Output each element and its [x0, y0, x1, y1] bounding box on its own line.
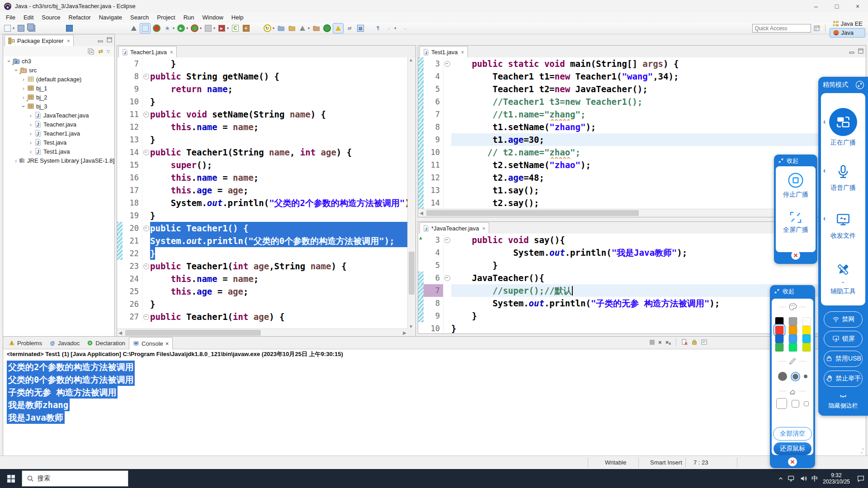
pill-wifi-button[interactable]: 禁网 — [824, 311, 863, 328]
color-swatch-000000[interactable] — [775, 317, 784, 326]
menu-window[interactable]: Window — [198, 13, 227, 22]
maximize-view-icon[interactable] — [106, 37, 113, 43]
taskbar-clock[interactable]: 9:32 2023/10/25 — [821, 472, 851, 485]
menu-edit[interactable]: Edit — [19, 13, 38, 22]
editor-tab-javateacher-java[interactable]: J*JavaTeacher.java× — [420, 222, 489, 235]
collapse-node-icon[interactable]: › — [20, 103, 27, 109]
show-whitespace-icon[interactable]: ¶ — [373, 23, 383, 33]
code-line-19[interactable]: 19} — [117, 209, 408, 222]
code-line-5[interactable]: 5 Teacher1 t2=new JavaTeacher(); — [418, 83, 866, 95]
code-line-13[interactable]: 13} — [117, 133, 408, 146]
clear-console-icon[interactable] — [681, 339, 688, 345]
restore-button[interactable]: □ — [826, 0, 847, 12]
expand-node-icon[interactable]: › — [20, 76, 27, 83]
network-icon[interactable] — [787, 474, 796, 483]
collapse-fold-icon[interactable] — [444, 275, 450, 281]
menu-source[interactable]: Source — [38, 13, 64, 22]
collapse-all-icon[interactable] — [87, 48, 94, 55]
open-type-icon[interactable] — [276, 23, 286, 33]
next-annotation-icon[interactable]: ↓ — [384, 23, 394, 33]
menu-search[interactable]: Search — [126, 13, 153, 22]
word-wrap-icon[interactable] — [701, 339, 708, 345]
color-swatch-cfe000[interactable] — [802, 343, 811, 352]
tree-item-test1-java[interactable]: ›JTest1.java — [3, 147, 114, 156]
expand-node-icon[interactable]: › — [28, 112, 34, 119]
collapse-fold-icon[interactable] — [444, 61, 450, 67]
code-line-15[interactable]: 15 super(); — [117, 159, 408, 171]
collapse-fold-icon[interactable] — [444, 237, 450, 243]
code-line-7[interactable]: 7 //t1.name="zhang"; — [418, 108, 866, 121]
sidebar-item-screen-broadcast[interactable]: 正在广播 — [821, 108, 865, 147]
run-dropdown-icon[interactable]: ▾ — [186, 26, 188, 30]
console-tab-problems[interactable]: Problems — [5, 337, 46, 349]
collapse-panel-button[interactable]: 收起 — [774, 155, 817, 167]
color-swatch-0be06e[interactable] — [789, 343, 797, 352]
code-line-8[interactable]: 8public String getName() { — [117, 70, 408, 83]
skip-breakpoints-icon[interactable]: ★ — [162, 23, 172, 33]
console-tab-declaration[interactable]: Declaration — [83, 337, 129, 349]
perspective-java[interactable]: Java — [830, 28, 865, 38]
tree-item-jre-system-library-javase-1-8-[interactable]: ›JRE System Library [JavaSE-1.8] — [3, 156, 114, 165]
view-menu-icon[interactable]: ▽ — [107, 49, 110, 54]
remove-all-terminated-icon[interactable]: ×ₓ — [665, 339, 671, 346]
color-swatch-f23b2f[interactable] — [775, 326, 784, 334]
new-java-package-icon[interactable]: + — [241, 23, 251, 33]
remove-launch-icon[interactable]: × — [658, 339, 662, 346]
code-line-25[interactable]: 25 this.age = age; — [117, 285, 408, 298]
mark-occurrences-icon[interactable] — [140, 23, 151, 33]
color-swatch-ef9c00[interactable] — [789, 326, 797, 334]
menu-help[interactable]: Help — [227, 13, 248, 22]
menu-refactor[interactable]: Refactor — [65, 13, 95, 22]
color-swatch-3cb054[interactable] — [775, 343, 784, 352]
tray-expand-icon[interactable] — [778, 475, 784, 482]
expand-node-icon[interactable]: › — [28, 139, 34, 146]
chevron-left-icon[interactable]: › — [823, 215, 826, 223]
tree-item-src[interactable]: ›▲src — [3, 66, 114, 75]
code-line-9[interactable]: 9 return name; — [117, 83, 408, 95]
menu-run[interactable]: Run — [179, 13, 198, 22]
refresh-icon[interactable]: ↻ — [262, 23, 272, 33]
restore-cursor-button[interactable]: 还原鼠标 — [774, 442, 811, 455]
volume-icon[interactable] — [799, 474, 808, 483]
profile-dropdown-icon[interactable]: ▾ — [200, 26, 202, 30]
close-tab-icon[interactable]: × — [165, 340, 169, 347]
open-perspective-icon[interactable] — [814, 25, 821, 32]
package-explorer-tab[interactable]: Package Explorer × — [5, 35, 74, 47]
code-line-20[interactable]: 20public Teacher1() { — [117, 222, 408, 235]
collapse-fold-icon[interactable] — [143, 112, 149, 117]
open-console-icon[interactable] — [64, 23, 74, 33]
quick-access-input[interactable] — [752, 24, 811, 33]
pen-size-small[interactable] — [804, 375, 807, 378]
sidebar-item-file-transfer[interactable]: 收发文件 — [821, 212, 865, 240]
code-line-22[interactable]: 22} — [117, 247, 408, 260]
code-line-27[interactable]: 27public Teacher1(int age) { — [117, 310, 408, 323]
eraser-size-small[interactable] — [804, 401, 809, 406]
stop-broadcast-button[interactable]: 停止广播 — [776, 172, 816, 199]
code-line-23[interactable]: 23public Teacher1(int age,String name) { — [117, 260, 408, 272]
ime-indicator[interactable]: 中 — [811, 474, 818, 483]
collapse-fold-icon[interactable] — [143, 74, 149, 80]
fullscreen-broadcast-button[interactable]: 全屏广播 — [776, 211, 816, 234]
color-swatch-3da0f5[interactable] — [789, 334, 797, 343]
clear-all-button[interactable]: 全部清空 — [773, 427, 812, 441]
action-center-icon[interactable] — [856, 474, 865, 483]
tree-item-bj-3[interactable]: ›bj_3 — [3, 102, 114, 111]
tree-item-teacher1-java[interactable]: ›JTeacher1.java — [3, 129, 114, 138]
expand-sidebar-icon[interactable] — [855, 80, 864, 89]
new-wizard-icon[interactable] — [2, 23, 12, 33]
tree-item-bj-1[interactable]: ›bj_1 — [3, 84, 114, 93]
next-annotation-dropdown-icon[interactable]: ▾ — [394, 26, 396, 30]
profile-icon[interactable] — [189, 23, 199, 33]
editor-tab-test1-java[interactable]: JTest1.java× — [420, 46, 468, 58]
perspective-java-ee[interactable]: Java EE — [830, 19, 865, 28]
collapse-fold-icon[interactable] — [143, 225, 149, 231]
code-line-24[interactable]: 24 this.name = name; — [117, 272, 408, 285]
code-line-8[interactable]: 8 t1.setName("zhang"); — [418, 121, 866, 133]
eraser-size-large[interactable] — [776, 398, 787, 409]
vertical-scrollbar[interactable]: ▲ ▼ — [407, 57, 415, 329]
skip-breakpoints-dropdown-icon[interactable]: ▾ — [173, 26, 175, 30]
save-icon[interactable] — [16, 23, 26, 33]
close-tab-icon[interactable]: × — [482, 225, 486, 232]
tree-item-ch3[interactable]: ›J▲ch3 — [3, 56, 114, 66]
close-tab-icon[interactable]: × — [461, 49, 464, 56]
